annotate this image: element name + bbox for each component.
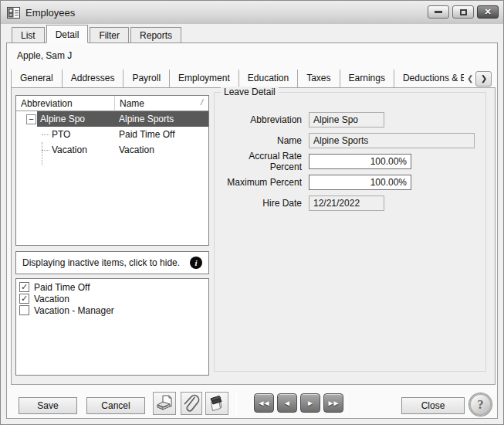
tree-cell-abbreviation: Vacation <box>37 142 114 158</box>
tab-earnings[interactable]: Earnings <box>340 70 394 87</box>
tab-filter[interactable]: Filter <box>90 27 129 42</box>
notes-book-icon <box>208 394 226 413</box>
tab-education[interactable]: Education <box>239 70 298 87</box>
field-row: Maximum Percent <box>215 175 485 190</box>
expander-zone <box>16 127 37 142</box>
name-label: Name <box>215 135 302 146</box>
print-button[interactable] <box>153 392 176 415</box>
checkbox-checked-icon[interactable]: ✓ <box>19 282 29 292</box>
maximize-icon <box>460 9 467 15</box>
window-title: Employees <box>25 7 75 19</box>
minimize-icon <box>435 11 442 13</box>
scroll-tabs-left-icon[interactable]: ❮ <box>467 74 473 83</box>
detail-fields: Abbreviation Name Accrual Rate Percent M… <box>215 93 485 211</box>
help-button[interactable]: ? <box>469 393 492 416</box>
secondary-tab-scroll-area: General Addresses Payroll Employment Edu… <box>11 70 464 87</box>
tree-branch-line <box>42 150 49 151</box>
detail-tab-page: Apple, Sam J General Addresses Payroll E… <box>6 43 498 419</box>
toolbar-divider <box>346 393 347 416</box>
printer-icon <box>155 394 174 413</box>
column-header-name-label: Name <box>120 98 144 110</box>
scroll-tabs-right-icon: ❯ <box>481 74 487 83</box>
maximize-button[interactable] <box>452 5 474 19</box>
tab-addresses[interactable]: Addresses <box>63 70 124 87</box>
leave-detail-group: Leave Detail Abbreviation Name Accrual R… <box>214 92 486 372</box>
maximum-percent-field[interactable] <box>309 175 411 190</box>
info-icon: i <box>190 257 202 269</box>
cancel-button[interactable]: Cancel <box>86 397 145 414</box>
notice-text: Displaying inactive items, click to hide… <box>22 257 190 268</box>
previous-record-button[interactable]: ◄ <box>277 393 297 413</box>
tab-list[interactable]: List <box>12 27 45 42</box>
tab-general[interactable]: General <box>12 70 63 87</box>
tab-scroll-arrows: ❮ ❯ <box>464 70 492 87</box>
checkbox-item-vacation[interactable]: ✓ Vacation <box>19 293 208 304</box>
collapse-expander-icon[interactable]: − <box>26 114 36 124</box>
tab-taxes[interactable]: Taxes <box>298 70 340 87</box>
notes-button[interactable] <box>205 392 228 415</box>
field-row: Abbreviation <box>215 112 485 128</box>
save-button[interactable]: Save <box>19 397 77 414</box>
toolbar-divider <box>236 393 237 416</box>
tree-branch-line <box>42 134 49 135</box>
column-header-abbreviation[interactable]: Abbreviation <box>16 96 114 110</box>
tab-payroll[interactable]: Payroll <box>123 70 170 87</box>
secondary-tab-strip: General Addresses Payroll Employment Edu… <box>11 70 492 87</box>
tree-row-pto[interactable]: PTO Paid Time Off <box>16 127 208 142</box>
tab-reports[interactable]: Reports <box>130 27 181 42</box>
attachments-button[interactable] <box>181 392 202 415</box>
tree-cell-name: Vacation <box>114 144 208 155</box>
abbreviation-field[interactable] <box>309 112 384 128</box>
last-record-button[interactable]: ►► <box>323 393 343 413</box>
name-field[interactable] <box>309 133 475 148</box>
tab-detail[interactable]: Detail <box>46 25 89 43</box>
tree-row-vacation[interactable]: Vacation Vacation <box>16 142 208 158</box>
help-icon: ? <box>478 398 484 412</box>
checkbox-label: Paid Time Off <box>34 282 90 293</box>
leave-tree-table: Abbreviation Name / − Alpine Spo Alpine … <box>15 95 209 246</box>
first-record-icon: ◄◄ <box>258 399 269 407</box>
accrual-rate-percent-field[interactable] <box>309 154 411 169</box>
column-header-name[interactable]: Name / <box>114 96 208 110</box>
tree-cell-abbreviation: Alpine Spo <box>37 111 114 127</box>
expander-zone <box>16 142 37 158</box>
tab-employment[interactable]: Employment <box>170 70 239 87</box>
tree-body: − Alpine Spo Alpine Sports PTO Paid Time… <box>16 111 208 158</box>
checkbox-label: Vacation - Manager <box>34 305 114 316</box>
checkbox-item-vacation-manager[interactable]: Vacation - Manager <box>19 304 208 316</box>
employees-app-icon <box>7 7 20 19</box>
tree-cell-name: Paid Time Off <box>114 129 208 140</box>
field-row: Accrual Rate Percent <box>215 154 485 169</box>
checkbox-label: Vacation <box>34 294 69 304</box>
minimize-button[interactable] <box>428 5 449 19</box>
first-record-button[interactable]: ◄◄ <box>254 393 274 413</box>
primary-tab-strip: List Detail Filter Reports <box>6 25 498 43</box>
field-row: Name <box>215 133 485 148</box>
last-record-icon: ►► <box>327 399 338 407</box>
employees-window: Employees ✕ List Detail Filter Reports A… <box>0 0 504 425</box>
record-name: Apple, Sam J <box>17 50 72 61</box>
hire-date-field[interactable] <box>309 196 384 211</box>
previous-record-icon: ◄ <box>283 399 291 407</box>
expander-zone: − <box>16 111 37 127</box>
close-window-button[interactable]: ✕ <box>477 5 499 19</box>
tree-cell-name: Alpine Sports <box>114 111 208 127</box>
tree-row-alpine-sports[interactable]: − Alpine Spo Alpine Sports <box>16 111 208 127</box>
checkbox-checked-icon[interactable]: ✓ <box>19 294 29 304</box>
tree-header: Abbreviation Name / <box>16 96 208 111</box>
maximum-percent-label: Maximum Percent <box>215 177 302 188</box>
inactive-items-notice[interactable]: Displaying inactive items, click to hide… <box>15 251 209 274</box>
next-record-button[interactable]: ► <box>300 393 320 413</box>
field-row: Hire Date <box>215 196 485 211</box>
leave-checkbox-list: ✓ Paid Time Off ✓ Vacation Vacation - Ma… <box>15 278 209 376</box>
window-controls: ✕ <box>428 5 499 19</box>
leave-panel: Abbreviation Name / − Alpine Spo Alpine … <box>11 87 496 385</box>
tab-deductions-benefits[interactable]: Deductions & Benefits <box>394 70 464 87</box>
checkbox-unchecked-icon[interactable] <box>19 305 29 315</box>
group-title: Leave Detail <box>221 87 279 97</box>
sort-indicator-icon: / <box>201 98 203 110</box>
checkbox-item-paid-time-off[interactable]: ✓ Paid Time Off <box>19 281 208 293</box>
tree-connector-line <box>42 142 42 165</box>
scroll-tabs-right-button[interactable]: ❯ <box>475 71 492 87</box>
close-button[interactable]: Close <box>401 397 465 414</box>
